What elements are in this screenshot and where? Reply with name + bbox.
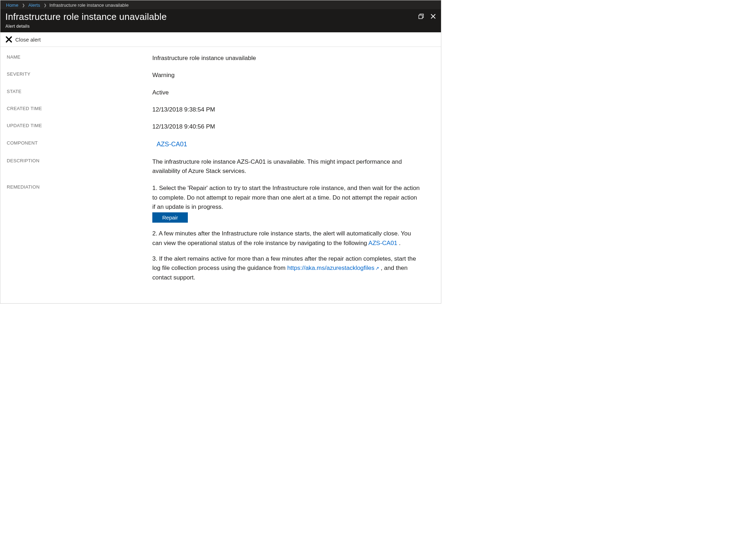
label-name: NAME bbox=[7, 54, 152, 63]
close-alert-button[interactable]: Close alert bbox=[5, 36, 41, 43]
chevron-right-icon: ❯ bbox=[22, 3, 25, 7]
breadcrumb-current: Infrastructure role instance unavailable bbox=[49, 2, 129, 8]
header-region: Home ❯ Alerts ❯ Infrastructure role inst… bbox=[0, 0, 441, 32]
label-remediation: REMEDIATION bbox=[7, 184, 152, 289]
value-name: Infrastructure role instance unavailable bbox=[152, 54, 435, 63]
row-severity: SEVERITY Warning bbox=[7, 67, 435, 84]
component-link[interactable]: AZS-CA01 bbox=[157, 141, 187, 148]
remediation-step2-link[interactable]: AZS-CA01 bbox=[369, 240, 397, 246]
external-link-icon: ↗ bbox=[375, 266, 379, 271]
row-updated: UPDATED TIME 12/13/2018 9:40:56 PM bbox=[7, 118, 435, 135]
x-bold-icon bbox=[5, 36, 12, 43]
repair-button[interactable]: Repair bbox=[152, 212, 188, 223]
label-updated: UPDATED TIME bbox=[7, 122, 152, 131]
row-description: DESCRIPTION The infrastructure role inst… bbox=[7, 153, 435, 180]
value-updated: 12/13/2018 9:40:56 PM bbox=[152, 122, 435, 131]
row-created: CREATED TIME 12/13/2018 9:38:54 PM bbox=[7, 101, 435, 118]
row-state: STATE Active bbox=[7, 84, 435, 101]
remediation-step3-link[interactable]: https://aka.ms/azurestacklogfiles bbox=[287, 265, 375, 271]
row-remediation: REMEDIATION 1. Select the 'Repair' actio… bbox=[7, 180, 435, 293]
page-subtitle: Alert details bbox=[5, 24, 418, 29]
content: NAME Infrastructure role instance unavai… bbox=[0, 47, 441, 303]
breadcrumb: Home ❯ Alerts ❯ Infrastructure role inst… bbox=[0, 0, 441, 9]
title-bar: Infrastructure role instance unavailable… bbox=[0, 9, 441, 32]
breadcrumb-alerts[interactable]: Alerts bbox=[28, 2, 41, 9]
row-component: COMPONENT AZS-CA01 bbox=[7, 136, 435, 153]
label-severity: SEVERITY bbox=[7, 71, 152, 80]
label-component: COMPONENT bbox=[7, 140, 152, 149]
remediation-block: 1. Select the 'Repair' action to try to … bbox=[152, 184, 435, 289]
breadcrumb-home[interactable]: Home bbox=[5, 2, 19, 9]
value-severity: Warning bbox=[152, 71, 435, 80]
toolbar: Close alert bbox=[0, 32, 441, 47]
close-icon[interactable] bbox=[430, 13, 436, 20]
value-description: The infrastructure role instance AZS-CA0… bbox=[152, 157, 435, 176]
value-state: Active bbox=[152, 88, 435, 97]
svg-rect-1 bbox=[419, 15, 423, 19]
value-created: 12/13/2018 9:38:54 PM bbox=[152, 105, 435, 114]
remediation-step1: 1. Select the 'Repair' action to try to … bbox=[152, 185, 420, 210]
chevron-right-icon: ❯ bbox=[44, 3, 47, 7]
close-alert-label: Close alert bbox=[15, 37, 41, 43]
page-title: Infrastructure role instance unavailable bbox=[5, 11, 418, 22]
label-state: STATE bbox=[7, 88, 152, 97]
label-created: CREATED TIME bbox=[7, 105, 152, 114]
row-name: NAME Infrastructure role instance unavai… bbox=[7, 50, 435, 67]
label-description: DESCRIPTION bbox=[7, 157, 152, 176]
remediation-step2-b: . bbox=[397, 240, 401, 246]
restore-window-icon[interactable] bbox=[418, 13, 424, 20]
